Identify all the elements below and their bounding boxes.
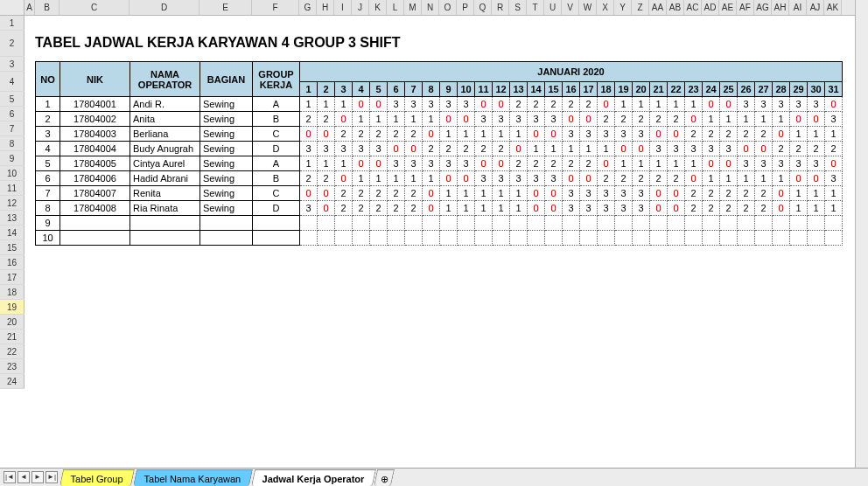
shift-cell[interactable] — [388, 216, 405, 231]
shift-cell[interactable]: 0 — [563, 171, 580, 186]
shift-cell[interactable]: 2 — [353, 186, 370, 201]
shift-cell[interactable]: 0 — [318, 201, 335, 216]
shift-cell[interactable]: 0 — [335, 171, 353, 186]
shift-cell[interactable]: 0 — [318, 186, 335, 201]
cell[interactable]: Sewing — [200, 171, 253, 186]
shift-cell[interactable]: 0 — [808, 112, 825, 127]
shift-cell[interactable] — [423, 216, 440, 231]
shift-cell[interactable]: 3 — [633, 201, 650, 216]
shift-cell[interactable] — [790, 231, 808, 246]
shift-cell[interactable]: 0 — [545, 127, 563, 142]
cell[interactable]: Hadid Abrani — [130, 171, 200, 186]
cell[interactable] — [130, 216, 200, 231]
shift-cell[interactable]: 1 — [668, 156, 685, 171]
column-header-Z[interactable]: Z — [632, 0, 649, 15]
shift-cell[interactable]: 0 — [528, 201, 545, 216]
shift-cell[interactable] — [755, 216, 773, 231]
shift-cell[interactable]: 1 — [510, 127, 528, 142]
shift-cell[interactable]: 1 — [353, 171, 370, 186]
shift-cell[interactable] — [353, 216, 370, 231]
shift-cell[interactable]: 1 — [493, 127, 510, 142]
cell[interactable]: D — [253, 142, 300, 156]
shift-cell[interactable]: 1 — [685, 156, 703, 171]
shift-cell[interactable]: 1 — [423, 112, 440, 127]
shift-cell[interactable]: 0 — [475, 97, 493, 112]
shift-cell[interactable]: 2 — [353, 201, 370, 216]
shift-cell[interactable]: 2 — [685, 127, 703, 142]
shift-cell[interactable] — [493, 231, 510, 246]
shift-cell[interactable]: 3 — [615, 186, 633, 201]
cell[interactable]: 3 — [36, 127, 60, 142]
shift-cell[interactable] — [650, 231, 668, 246]
shift-cell[interactable]: 3 — [598, 127, 615, 142]
shift-cell[interactable]: 2 — [825, 142, 843, 156]
shift-cell[interactable]: 3 — [545, 171, 563, 186]
shift-cell[interactable]: 2 — [703, 127, 720, 142]
cell[interactable]: C — [253, 127, 300, 142]
cell[interactable]: Sewing — [200, 127, 253, 142]
shift-cell[interactable]: 0 — [598, 97, 615, 112]
shift-cell[interactable]: 3 — [598, 186, 615, 201]
cell[interactable]: Anita — [130, 112, 200, 127]
shift-cell[interactable]: 1 — [475, 201, 493, 216]
shift-cell[interactable]: 3 — [808, 156, 825, 171]
shift-cell[interactable]: 0 — [650, 127, 668, 142]
cell[interactable]: B — [253, 171, 300, 186]
shift-cell[interactable]: 1 — [755, 112, 773, 127]
shift-cell[interactable]: 2 — [598, 171, 615, 186]
cell[interactable]: Sewing — [200, 97, 253, 112]
column-header-AH[interactable]: AH — [772, 0, 789, 15]
row-header-15[interactable]: 15 — [0, 240, 24, 254]
shift-cell[interactable]: 0 — [580, 171, 598, 186]
shift-cell[interactable]: 0 — [440, 112, 458, 127]
column-header-F[interactable]: F — [252, 0, 299, 15]
shift-cell[interactable]: 0 — [790, 112, 808, 127]
cell[interactable]: C — [253, 186, 300, 201]
shift-cell[interactable]: 2 — [405, 201, 423, 216]
shift-cell[interactable] — [475, 231, 493, 246]
shift-cell[interactable]: 3 — [808, 97, 825, 112]
shift-cell[interactable]: 0 — [773, 186, 790, 201]
shift-cell[interactable]: 0 — [580, 112, 598, 127]
shift-cell[interactable]: 2 — [335, 127, 353, 142]
shift-cell[interactable]: 1 — [773, 112, 790, 127]
shift-cell[interactable]: 1 — [615, 97, 633, 112]
shift-cell[interactable]: 2 — [318, 112, 335, 127]
shift-cell[interactable] — [318, 216, 335, 231]
row-header-16[interactable]: 16 — [0, 255, 24, 269]
shift-cell[interactable]: 1 — [510, 186, 528, 201]
shift-cell[interactable]: 1 — [738, 112, 755, 127]
shift-cell[interactable]: 3 — [493, 171, 510, 186]
shift-cell[interactable]: 0 — [440, 171, 458, 186]
column-header-AC[interactable]: AC — [684, 0, 702, 15]
shift-cell[interactable] — [458, 216, 475, 231]
shift-cell[interactable]: 3 — [755, 97, 773, 112]
shift-cell[interactable]: 1 — [633, 97, 650, 112]
column-header-AA[interactable]: AA — [649, 0, 667, 15]
shift-cell[interactable]: 0 — [790, 171, 808, 186]
shift-cell[interactable]: 3 — [318, 142, 335, 156]
shift-cell[interactable]: 1 — [493, 186, 510, 201]
shift-cell[interactable]: 0 — [650, 186, 668, 201]
shift-cell[interactable]: 0 — [825, 156, 843, 171]
shift-cell[interactable]: 1 — [650, 156, 668, 171]
shift-cell[interactable]: 2 — [300, 171, 318, 186]
shift-cell[interactable]: 2 — [493, 142, 510, 156]
row-header-23[interactable]: 23 — [0, 359, 24, 373]
shift-cell[interactable]: 1 — [528, 142, 545, 156]
shift-cell[interactable] — [773, 231, 790, 246]
shift-cell[interactable] — [668, 231, 685, 246]
cell[interactable]: Berliana — [130, 127, 200, 142]
shift-cell[interactable]: 1 — [808, 186, 825, 201]
shift-cell[interactable]: 2 — [528, 156, 545, 171]
cell[interactable]: Sewing — [200, 156, 253, 171]
shift-cell[interactable] — [598, 231, 615, 246]
row-header-19[interactable]: 19 — [0, 300, 24, 314]
shift-cell[interactable]: 1 — [808, 127, 825, 142]
cell[interactable]: Renita — [130, 186, 200, 201]
sheet-tab-tabel-group[interactable]: Tabel Group — [60, 469, 135, 486]
column-header-V[interactable]: V — [562, 0, 579, 15]
shift-cell[interactable]: 3 — [405, 97, 423, 112]
shift-cell[interactable]: 0 — [528, 127, 545, 142]
shift-cell[interactable]: 0 — [335, 112, 353, 127]
